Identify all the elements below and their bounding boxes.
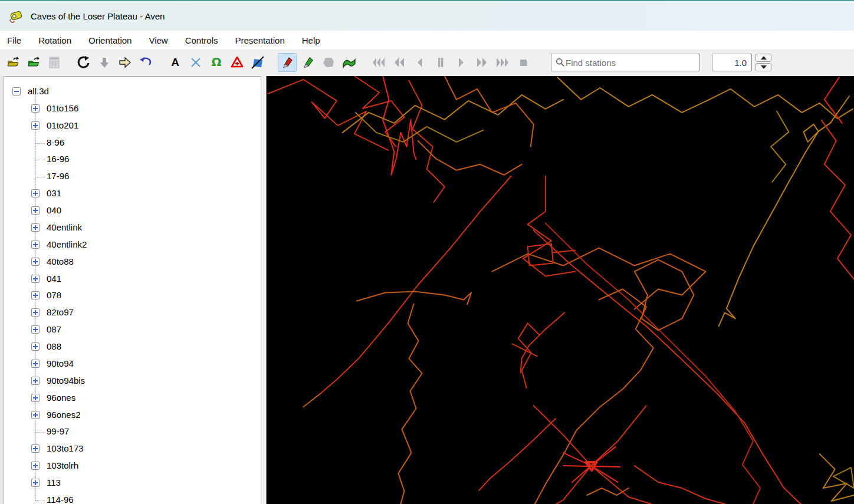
expand-box[interactable] <box>31 189 40 197</box>
window-left-frame <box>0 76 4 504</box>
tree-item-99-97[interactable]: 99-97 <box>4 426 261 439</box>
tree-item-label: 114-96 <box>47 495 74 504</box>
elevation-view-icon <box>118 55 132 70</box>
terrain-toggle[interactable] <box>340 53 359 72</box>
tree-item-103tolrh[interactable]: 103tolrh <box>4 460 261 473</box>
rewind-to-start-button <box>369 53 388 72</box>
restore-default-view-button[interactable] <box>136 53 155 72</box>
tree-item-96ones2[interactable]: 96ones2 <box>4 409 261 422</box>
tree-item-041[interactable]: 041 <box>4 273 261 286</box>
tree-item-82to97[interactable]: 82to97 <box>4 307 261 319</box>
open-file-icon <box>6 55 20 70</box>
pause-button <box>431 53 450 72</box>
survey-polyline <box>303 394 320 407</box>
tree-item-087[interactable]: 087 <box>4 324 261 337</box>
expand-box[interactable] <box>31 342 40 351</box>
surface-legs-icon <box>301 55 315 70</box>
tree-item-113[interactable]: 113 <box>4 477 261 490</box>
tree-item-01to201[interactable]: 01to201 <box>4 120 261 133</box>
survey-polyline <box>268 80 388 150</box>
tree-item-label: 040 <box>47 205 61 215</box>
survey-polyline <box>546 223 760 504</box>
expand-box[interactable] <box>31 394 40 402</box>
open-terrain-button[interactable] <box>24 53 43 72</box>
collapse-box[interactable] <box>12 87 21 95</box>
tree-item-17-96[interactable]: 17-96 <box>4 170 261 183</box>
menu-item-rotation[interactable]: Rotation <box>32 32 77 49</box>
station-names-toggle[interactable]: A <box>166 53 185 72</box>
tree-item-label: 031 <box>47 188 61 198</box>
spin-down-button[interactable] <box>756 63 771 71</box>
spin-up-button[interactable] <box>756 54 771 62</box>
expand-box[interactable] <box>31 308 40 317</box>
menu-item-controls[interactable]: Controls <box>179 32 224 49</box>
fast-forward-max-button <box>493 53 512 72</box>
fast-forward-max-icon <box>495 55 510 70</box>
tree-item-040[interactable]: 040 <box>4 205 261 218</box>
tree-item-40entlink[interactable]: 40entlink <box>4 222 261 235</box>
expand-box[interactable] <box>31 377 40 385</box>
speed-value-field[interactable]: 1.0 <box>712 54 752 71</box>
splitter-sash[interactable] <box>261 76 267 504</box>
crosses-toggle[interactable] <box>186 53 205 72</box>
stop-icon <box>516 55 530 70</box>
open-button[interactable] <box>4 53 22 72</box>
fixed-points-toggle[interactable] <box>228 53 247 72</box>
find-stations-box[interactable] <box>551 54 700 71</box>
tree-item-label: 16-96 <box>47 154 69 164</box>
tree-item-088[interactable]: 088 <box>4 341 261 354</box>
rewind-button <box>390 53 409 72</box>
menu-item-file[interactable]: File <box>1 32 27 49</box>
tree-item-90to94bis[interactable]: 90to94bis <box>4 375 261 388</box>
tree-item-96ones[interactable]: 96ones <box>4 392 261 405</box>
tree-item-078[interactable]: 078 <box>4 289 261 302</box>
survey-polyline <box>587 488 628 495</box>
expand-box[interactable] <box>31 223 40 232</box>
tree-leaf-dash <box>35 160 45 160</box>
expand-box[interactable] <box>31 444 40 453</box>
station-names-icon: A <box>168 55 182 70</box>
tree-item-114-96[interactable]: 114-96 <box>4 494 261 504</box>
tree-item-16-96[interactable]: 16-96 <box>4 153 261 166</box>
surface-legs-toggle[interactable] <box>298 53 317 72</box>
rotation-toggle[interactable] <box>74 53 93 72</box>
entrances-toggle[interactable]: Ω <box>207 53 226 72</box>
expand-box[interactable] <box>31 104 40 113</box>
exported-points-toggle[interactable] <box>248 53 267 72</box>
expand-box[interactable] <box>31 275 40 283</box>
expand-box[interactable] <box>31 462 40 470</box>
survey-polyline <box>707 89 852 118</box>
survey-polyline <box>479 419 556 490</box>
expand-box[interactable] <box>31 360 40 368</box>
search-input[interactable] <box>566 58 696 68</box>
tree-item-01to156[interactable]: 01to156 <box>4 103 261 116</box>
expand-box[interactable] <box>31 479 40 487</box>
menu-item-presentation[interactable]: Presentation <box>229 32 291 49</box>
tree-item-031[interactable]: 031 <box>4 187 261 200</box>
expand-box[interactable] <box>31 258 40 266</box>
menu-item-orientation[interactable]: Orientation <box>83 32 137 49</box>
tree-item-90to94[interactable]: 90to94 <box>4 358 261 371</box>
underground-legs-toggle[interactable] <box>278 53 297 72</box>
expand-box[interactable] <box>31 121 40 130</box>
entrances-icon: Ω <box>209 55 224 70</box>
expand-box[interactable] <box>31 291 40 299</box>
tree-item-all.3d[interactable]: all.3d <box>4 85 261 98</box>
tree-item-label: 82to97 <box>47 307 74 317</box>
elevation-view-button[interactable] <box>116 53 134 72</box>
menu-item-help[interactable]: Help <box>296 32 326 49</box>
tree-item-103to173[interactable]: 103to173 <box>4 443 261 456</box>
expand-box[interactable] <box>31 411 40 419</box>
menu-item-view[interactable]: View <box>143 32 173 49</box>
survey-polyline <box>535 289 653 504</box>
survey-polyline <box>557 77 707 113</box>
tree-item-40to88[interactable]: 40to88 <box>4 256 261 269</box>
expand-box[interactable] <box>31 206 40 215</box>
tree-item-8-96[interactable]: 8-96 <box>4 137 261 150</box>
expand-box[interactable] <box>31 241 40 249</box>
tree-item-40entlink2[interactable]: 40entlink2 <box>4 239 261 252</box>
tree-item-label: 041 <box>47 274 61 284</box>
tree-item-label: 087 <box>47 324 61 334</box>
expand-box[interactable] <box>31 325 40 334</box>
cave-view-canvas[interactable] <box>267 76 854 504</box>
